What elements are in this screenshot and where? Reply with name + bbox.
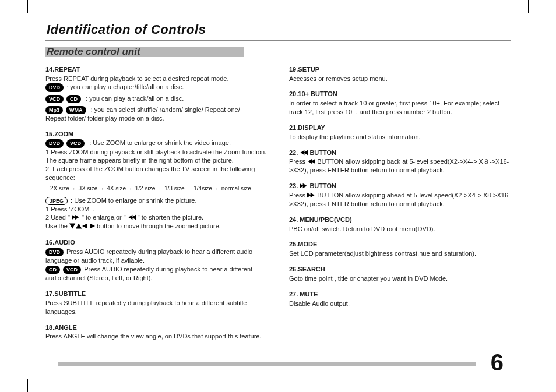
zoom-sequence: 2X size→ 3X size→ 4X size→ 1/2 size→ 1/3… [50, 185, 267, 193]
body-text: JPEG : Use ZOOM to enlarge or shrink the… [45, 196, 267, 205]
section-23-forward: 23. BUTTON Press BUTTON allow skipping a… [289, 182, 511, 209]
body-text: Repeat folder/ folder play mode on a dis… [45, 114, 267, 123]
fast-rewind-icon [300, 150, 308, 156]
left-column: 14.REPEAT Press REPEAT during playback t… [45, 65, 267, 348]
svg-marker-1 [75, 215, 79, 220]
section-16-audio: 16.AUDIO DVD Press AUDIO repeatedly duri… [45, 238, 267, 282]
heading: 27. MUTE [289, 290, 511, 299]
title-rule [45, 40, 511, 41]
crop-mark [528, 0, 529, 13]
seq-item: 1/4size [193, 185, 212, 192]
body-text: 1.Press 'ZOOM' . [45, 205, 267, 214]
section-26-search: 26.SEARCH Goto time point , title or cha… [289, 265, 511, 283]
heading: 22. BUTTON [289, 149, 511, 157]
footer-rule [58, 362, 476, 366]
body-text: DVD : you can play a chapter/title/all o… [45, 83, 267, 91]
section-15-zoom: 15.ZOOM DVD VCD : Use ZOOM to enlarge or… [45, 130, 267, 232]
heading: 17.SUBTITLE [45, 289, 267, 298]
body-text: CD VCD Press AUDIO repeatedly during pla… [45, 265, 267, 282]
inline-text: BUTTON allow skipping back at 5-level sp… [289, 158, 509, 174]
body-text: Mp3 WMA : you can select shuffle/ random… [45, 105, 267, 114]
page-title: Identification of Controls [47, 21, 511, 38]
inline-text: 2.Used " [45, 214, 72, 221]
inline-text: : you can select shuffle/ random/ single… [91, 106, 240, 113]
inline-text: : Use ZOOM to enlarge or shrink the pict… [71, 197, 196, 204]
section-27-mute: 27. MUTE Disable Audio output. [289, 290, 511, 308]
body-text: PBC on/off switch. Return to DVD root me… [289, 225, 511, 234]
fast-forward-icon [307, 192, 315, 198]
seq-item: normal size [221, 185, 251, 192]
crop-mark [523, 5, 534, 5]
body-text: To display the playtime and status infor… [289, 133, 511, 142]
svg-marker-7 [90, 224, 95, 229]
right-column: 19.SETUP Accesses or removes setup menu.… [289, 65, 511, 348]
svg-marker-6 [82, 224, 87, 229]
body-text: DVD VCD : Use ZOOM to enlarge or shrink … [45, 139, 267, 147]
badge-vcd: VCD [45, 95, 64, 103]
body-text: Press SUBTITLE repeatedly during playbac… [45, 299, 267, 316]
svg-marker-5 [76, 224, 82, 229]
heading: 20.10+ BUTTON [289, 90, 511, 98]
heading: 15.ZOOM [45, 130, 267, 139]
heading: 23. BUTTON [289, 182, 511, 190]
inline-text: : you can play a track/all on a disc. [86, 95, 184, 102]
seq-item: 1/2 size [135, 185, 155, 192]
inline-text: BUTTON [309, 149, 336, 156]
section-14-repeat: 14.REPEAT Press REPEAT during playback t… [45, 65, 267, 123]
badge-cd: CD [45, 266, 60, 274]
inline-text: " to enlarge,or " [82, 214, 128, 221]
footer: 6 [45, 357, 511, 375]
section-22-rewind: 22. BUTTON Press BUTTON allow skipping b… [289, 149, 511, 175]
nav-arrows-icon [69, 223, 95, 231]
body-text: 1.Press ZOOM during playback or still pl… [45, 148, 267, 165]
inline-text: Press [289, 158, 307, 165]
inline-text: " to shorten the picture. [138, 214, 203, 221]
body-text: Press BUTTON allow skipping ahead at 5-l… [289, 191, 511, 209]
body-text: Use the button to move through the zoome… [45, 222, 267, 231]
badge-dvd: DVD [45, 83, 64, 91]
fast-rewind-icon [307, 158, 315, 164]
heading: 18.ANGLE [45, 323, 267, 332]
badge-jpeg: JPEG [45, 197, 68, 205]
inline-text: : Use ZOOM to enlarge or shrink the vide… [89, 139, 231, 146]
fast-forward-icon [300, 183, 308, 189]
body-text: VCD CD : you can play a track/all on a d… [45, 94, 267, 103]
seq-item: 4X size [107, 185, 126, 192]
seq-item: 2X size [50, 185, 69, 192]
seq-item: 1/3 size [164, 185, 184, 192]
svg-marker-13 [303, 183, 307, 188]
heading: 21.DISPLAY [289, 123, 511, 132]
body-text: Set LCD parameter(adjust bightness contr… [289, 249, 511, 258]
svg-marker-4 [69, 224, 75, 229]
inline-text: 22. [289, 149, 300, 156]
crop-mark [22, 387, 33, 387]
crop-mark [27, 379, 28, 392]
fast-forward-icon [72, 214, 80, 220]
body-text: Disable Audio output. [289, 299, 511, 308]
section-21-display: 21.DISPLAY To display the playtime and s… [289, 123, 511, 142]
subtitle-wrap: Remote control unit [45, 44, 511, 59]
crop-mark [22, 5, 33, 5]
badge-cd: CD [66, 95, 81, 103]
heading: 25.MODE [289, 240, 511, 249]
body-text: Press REPEAT during playback to select a… [45, 75, 267, 83]
body-text: 2. Each press of the ZOOM button changes… [45, 165, 267, 182]
fast-rewind-icon [128, 214, 136, 220]
body-text: Press BUTTON allow skipping back at 5-le… [289, 157, 511, 175]
crop-mark [27, 0, 28, 13]
body-text: 2.Used " " to enlarge,or " " to shorten … [45, 213, 267, 222]
heading: 26.SEARCH [289, 265, 511, 274]
section-19-setup: 19.SETUP Accesses or removes setup menu. [289, 65, 511, 83]
inline-text: Use the [45, 223, 69, 229]
body-text: Accesses or removes setup menu. [289, 75, 511, 83]
body-text: Goto time point , title or chapter you w… [289, 274, 511, 283]
section-17-subtitle: 17.SUBTITLE Press SUBTITLE repeatedly du… [45, 289, 267, 316]
section-18-angle: 18.ANGLE Press ANGLE will change the vie… [45, 323, 267, 341]
badge-dvd: DVD [45, 248, 64, 256]
badge-wma: WMA [66, 106, 86, 114]
badge-vcd: VCD [63, 266, 81, 274]
subtitle: Remote control unit [45, 44, 511, 59]
body-text: DVD Press AUDIO repeatedly during playba… [45, 248, 267, 265]
badge-mp3: Mp3 [45, 106, 63, 114]
heading: 16.AUDIO [45, 238, 267, 247]
